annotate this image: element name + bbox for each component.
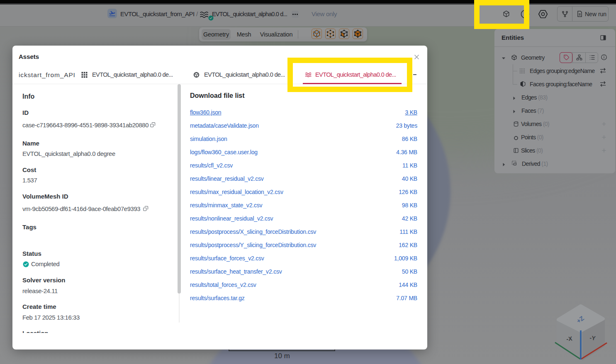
- svg-text:-Y: -Y: [589, 334, 597, 342]
- svg-text:-X: -X: [566, 335, 573, 342]
